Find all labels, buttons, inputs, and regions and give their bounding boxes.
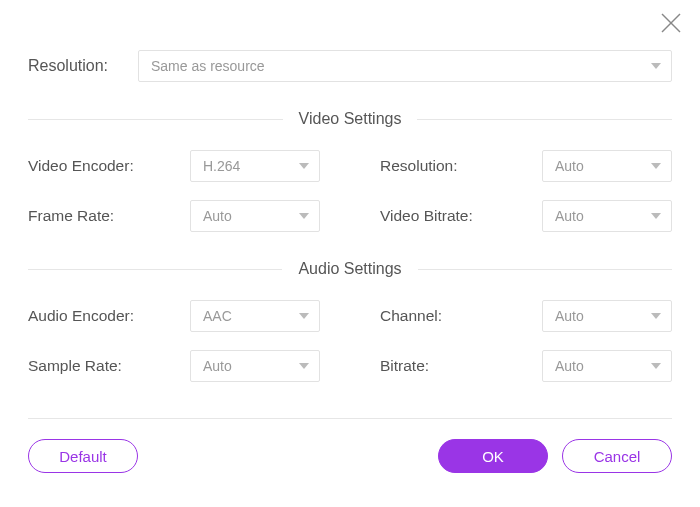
- audio-bitrate-row: Bitrate: Auto: [380, 350, 672, 382]
- video-resolution-select[interactable]: Auto: [542, 150, 672, 182]
- top-resolution-row: Resolution: Same as resource: [28, 50, 672, 82]
- audio-settings-grid: Audio Encoder: AAC Channel: Auto Sample …: [28, 300, 672, 382]
- footer: Default OK Cancel: [28, 439, 672, 473]
- close-button[interactable]: [660, 12, 682, 34]
- footer-divider: [28, 418, 672, 419]
- divider-line: [28, 119, 283, 120]
- chevron-down-icon: [299, 213, 309, 219]
- close-icon: [660, 12, 682, 34]
- video-bitrate-value: Auto: [555, 208, 584, 224]
- audio-bitrate-select[interactable]: Auto: [542, 350, 672, 382]
- video-bitrate-label: Video Bitrate:: [380, 207, 473, 225]
- video-encoder-label: Video Encoder:: [28, 157, 134, 175]
- chevron-down-icon: [651, 63, 661, 69]
- sample-rate-value: Auto: [203, 358, 232, 374]
- chevron-down-icon: [651, 163, 661, 169]
- audio-bitrate-label: Bitrate:: [380, 357, 429, 375]
- ok-button-label: OK: [482, 448, 504, 465]
- video-encoder-row: Video Encoder: H.264: [28, 150, 320, 182]
- default-button-label: Default: [59, 448, 107, 465]
- audio-encoder-row: Audio Encoder: AAC: [28, 300, 320, 332]
- video-encoder-value: H.264: [203, 158, 240, 174]
- channel-value: Auto: [555, 308, 584, 324]
- divider-line: [417, 119, 672, 120]
- video-resolution-label: Resolution:: [380, 157, 458, 175]
- sample-rate-label: Sample Rate:: [28, 357, 122, 375]
- video-encoder-select[interactable]: H.264: [190, 150, 320, 182]
- default-button[interactable]: Default: [28, 439, 138, 473]
- video-section-header: Video Settings: [28, 110, 672, 128]
- top-resolution-label: Resolution:: [28, 57, 138, 75]
- video-bitrate-select[interactable]: Auto: [542, 200, 672, 232]
- frame-rate-label: Frame Rate:: [28, 207, 114, 225]
- video-resolution-row: Resolution: Auto: [380, 150, 672, 182]
- channel-row: Channel: Auto: [380, 300, 672, 332]
- divider-line: [418, 269, 672, 270]
- audio-bitrate-value: Auto: [555, 358, 584, 374]
- chevron-down-icon: [651, 363, 661, 369]
- ok-button[interactable]: OK: [438, 439, 548, 473]
- audio-section-header: Audio Settings: [28, 260, 672, 278]
- cancel-button-label: Cancel: [594, 448, 641, 465]
- sample-rate-select[interactable]: Auto: [190, 350, 320, 382]
- audio-encoder-value: AAC: [203, 308, 232, 324]
- chevron-down-icon: [299, 313, 309, 319]
- top-resolution-value: Same as resource: [151, 58, 265, 74]
- audio-encoder-select[interactable]: AAC: [190, 300, 320, 332]
- video-section-title: Video Settings: [283, 110, 418, 128]
- settings-panel: Resolution: Same as resource Video Setti…: [0, 0, 700, 419]
- chevron-down-icon: [299, 363, 309, 369]
- channel-label: Channel:: [380, 307, 442, 325]
- video-resolution-value: Auto: [555, 158, 584, 174]
- video-bitrate-row: Video Bitrate: Auto: [380, 200, 672, 232]
- divider-line: [28, 269, 282, 270]
- chevron-down-icon: [651, 213, 661, 219]
- cancel-button[interactable]: Cancel: [562, 439, 672, 473]
- frame-rate-select[interactable]: Auto: [190, 200, 320, 232]
- audio-section-title: Audio Settings: [282, 260, 417, 278]
- video-settings-grid: Video Encoder: H.264 Resolution: Auto Fr…: [28, 150, 672, 232]
- chevron-down-icon: [651, 313, 661, 319]
- audio-encoder-label: Audio Encoder:: [28, 307, 134, 325]
- top-resolution-select[interactable]: Same as resource: [138, 50, 672, 82]
- channel-select[interactable]: Auto: [542, 300, 672, 332]
- sample-rate-row: Sample Rate: Auto: [28, 350, 320, 382]
- chevron-down-icon: [299, 163, 309, 169]
- frame-rate-value: Auto: [203, 208, 232, 224]
- frame-rate-row: Frame Rate: Auto: [28, 200, 320, 232]
